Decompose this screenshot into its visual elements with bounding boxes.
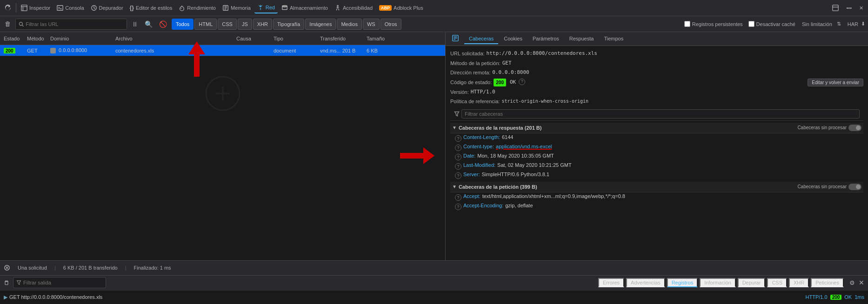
tab-cookies[interactable]: Cookies — [499, 34, 527, 44]
console-tab-advertencias[interactable]: Advertencias — [626, 278, 665, 287]
trash-icon[interactable] — [4, 280, 9, 285]
tab-parametros[interactable]: Parámetros — [528, 34, 564, 44]
filter-xhr[interactable]: XHR — [253, 19, 272, 30]
persistent-log-label[interactable]: Registros persistentes — [684, 21, 743, 27]
header-value-7: gzip, deflate — [505, 203, 533, 208]
block-btn[interactable]: 🚫 — [157, 20, 169, 29]
console-tab-informacion[interactable]: Información — [700, 278, 735, 287]
memoria-label: Memoria — [231, 5, 251, 11]
response-headers-section[interactable]: ▼ Cabeceras de la respuesta (201 B) Cabe… — [450, 123, 863, 133]
filter-tipografia[interactable]: Tipografía — [273, 19, 304, 30]
transferido-label: 6 KB / 201 B transferido — [63, 265, 118, 271]
close-btn[interactable]: ✕ — [856, 3, 866, 13]
edit-resend-btn[interactable]: Editar y volver a enviar — [808, 79, 863, 86]
table-row[interactable]: 200 GET 0.0.0.0:8000 contenedores.xls do… — [0, 45, 445, 56]
console-tab-peticiones[interactable]: Peticiones — [811, 278, 844, 287]
almacenamiento-label: Almacenamiento — [290, 5, 328, 11]
request-section-title: Cabeceras de la petición (399 B) — [459, 184, 797, 190]
url-filter-input[interactable] — [26, 21, 124, 27]
expand-icon[interactable]: ▶ — [4, 294, 7, 300]
editor-tab[interactable]: {} Editor de estilos — [127, 3, 175, 13]
header-accept-encoding: ? Accept-Encoding: gzip, deflate — [450, 202, 863, 211]
request-raw-switch[interactable] — [848, 184, 861, 190]
filter-css[interactable]: CSS — [218, 19, 237, 30]
console-tab-registros[interactable]: Registros — [667, 278, 698, 287]
filter-js[interactable]: JS — [238, 19, 252, 30]
memoria-tab[interactable]: Memoria — [220, 3, 254, 13]
dock-btn[interactable] — [829, 3, 841, 13]
header-help-icon-3[interactable]: ? — [455, 154, 461, 160]
filter-otros[interactable]: Otros — [381, 19, 401, 30]
inspector-tab[interactable]: Inspector — [18, 3, 53, 13]
header-name-1: Content-Length: — [463, 134, 500, 140]
table-header: Estado Método Dominio Archivo Causa Tipo… — [0, 32, 445, 45]
tab-respuesta[interactable]: Respuesta — [565, 34, 599, 44]
header-help-icon-5[interactable]: ? — [455, 172, 461, 179]
toolbar-sep-1 — [16, 3, 16, 13]
request-headers-section[interactable]: ▼ Cabeceras de la petición (399 B) Cabec… — [450, 182, 863, 192]
tab-cabeceras[interactable]: Cabeceras — [464, 34, 498, 44]
header-help-icon-7[interactable]: ? — [455, 204, 461, 210]
header-name-4: Last-Modified: — [463, 162, 495, 168]
filter-imagenes[interactable]: Imágenes — [305, 19, 336, 30]
console-filter-input[interactable] — [23, 280, 103, 285]
header-value-4: Sat, 02 May 2020 10:21:25 GMT — [497, 162, 572, 168]
console-settings-btn[interactable]: ⚙ — [849, 279, 855, 286]
header-help-icon-2[interactable]: ? — [455, 145, 461, 151]
filter-todos[interactable]: Todos — [172, 19, 194, 30]
bottom-request-text: GET http://0.0.0.0:8000/contenedores.xls — [9, 294, 102, 300]
rendimiento-tab[interactable]: Rendimiento — [176, 3, 219, 13]
consola-tab[interactable]: Consola — [54, 3, 87, 13]
header-content-length: ? Content-Length: 6144 — [450, 133, 863, 143]
status-help-icon[interactable]: ? — [519, 79, 525, 85]
header-help-icon-1[interactable]: ? — [455, 135, 461, 142]
more-btn[interactable]: ••• — [843, 3, 855, 13]
filter-medios[interactable]: Medios — [337, 19, 361, 30]
har-label[interactable]: HAR — [848, 21, 858, 27]
td-dominio: 0.0.0.0:8000 — [48, 47, 114, 53]
accesibilidad-tab[interactable]: Accesibilidad — [332, 3, 375, 13]
disable-cache-label[interactable]: Desactivar caché — [748, 21, 795, 27]
clear-requests-icon[interactable] — [4, 264, 10, 271]
svg-line-13 — [22, 25, 24, 26]
header-help-icon-4[interactable]: ? — [455, 163, 461, 170]
svg-rect-10 — [833, 5, 838, 11]
details-tabs: Cabeceras Cookies Parámetros Respuesta T… — [446, 32, 868, 46]
console-tab-depurar[interactable]: Depurar — [738, 278, 766, 287]
adblock-tab[interactable]: ABP Adblock Plus — [376, 3, 426, 13]
bottom-status-badge: 200 — [830, 295, 842, 300]
persistent-log-checkbox[interactable] — [684, 21, 690, 27]
status-badge: 200 — [4, 48, 15, 53]
console-tabs: Errores Advertencias Registros Informaci… — [598, 278, 844, 287]
console-tab-errores[interactable]: Errores — [598, 278, 624, 287]
limitacion-icon: ⇅ — [837, 21, 841, 27]
header-help-icon-6[interactable]: ? — [455, 194, 461, 201]
almacenamiento-tab[interactable]: Almacenamiento — [279, 3, 331, 13]
filter-ws[interactable]: WS — [363, 19, 380, 30]
tab-tiempos[interactable]: Tiempos — [599, 34, 628, 44]
url-filter-container — [15, 19, 127, 30]
disable-cache-checkbox[interactable] — [748, 21, 754, 27]
tab-cabeceras-icon — [447, 33, 463, 45]
request-headers-list: ? Accept: text/html,application/xhtml+xm… — [450, 192, 863, 211]
version-row: Versión: HTTP/1.0 — [450, 88, 863, 96]
red-label: Red — [266, 5, 275, 10]
response-raw-toggle: Cabeceras sin procesar — [797, 125, 861, 131]
filter-cabeceras-input[interactable] — [461, 109, 860, 119]
response-raw-switch[interactable] — [848, 125, 861, 131]
console-tab-xhr[interactable]: XHR — [789, 278, 809, 287]
pause-btn[interactable]: ⏸ — [130, 20, 140, 29]
search-btn[interactable]: 🔍 — [143, 20, 154, 29]
clear-btn[interactable]: 🗑 — [3, 20, 13, 28]
table-body: 200 GET 0.0.0.0:8000 contenedores.xls do… — [0, 45, 445, 260]
reload-btn[interactable] — [2, 3, 14, 13]
depurador-tab[interactable]: Depurador — [88, 3, 126, 13]
td-tipo: document — [272, 48, 318, 53]
console-close-btn[interactable]: ✕ — [859, 279, 864, 286]
header-accept: ? Accept: text/html,application/xhtml+xm… — [450, 192, 863, 202]
filter-html[interactable]: HTML — [194, 19, 217, 30]
red-tab[interactable]: Red — [254, 2, 278, 13]
th-metodo: Método — [25, 36, 48, 41]
version-label: Versión: — [450, 88, 469, 96]
console-tab-css[interactable]: CSS — [767, 278, 787, 287]
